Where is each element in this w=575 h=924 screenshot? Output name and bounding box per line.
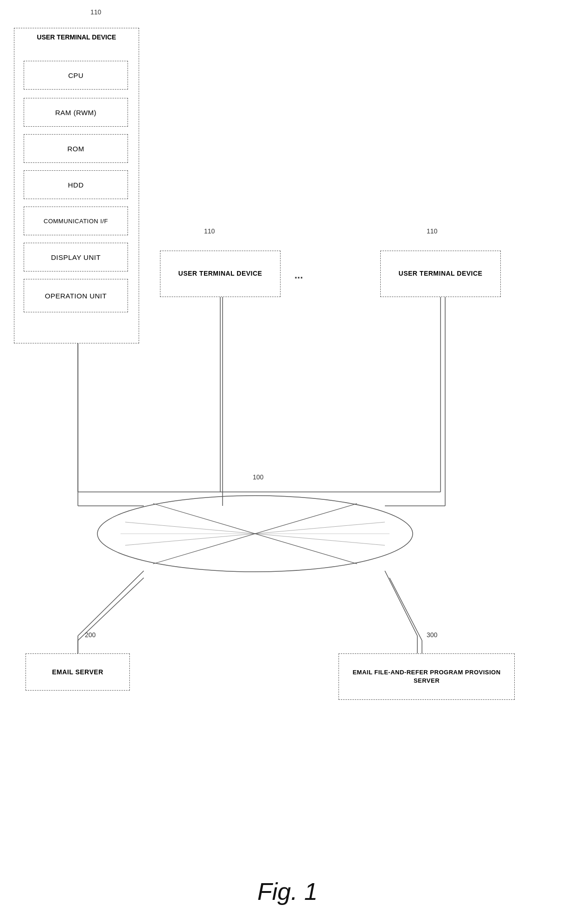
svg-line-23 — [390, 578, 422, 640]
utd1-title-label: USER TERMINAL DEVICE — [14, 33, 139, 41]
network-oval — [93, 492, 417, 578]
display-unit-box: DISPLAY UNIT — [24, 243, 128, 271]
figure-label: Fig. 1 — [257, 878, 318, 905]
operation-unit-box: OPERATION UNIT — [24, 279, 128, 312]
comm-if-box: COMMUNICATION I/F — [24, 207, 128, 235]
utd2-box: USER TERMINAL DEVICE — [160, 251, 281, 297]
provision-server-box: EMAIL FILE-AND-REFER PROGRAM PROVISION S… — [339, 653, 515, 700]
ref-label-email-server: 200 — [85, 631, 96, 639]
ref-label-utd2: 110 — [204, 227, 215, 235]
cpu-box: CPU — [24, 61, 128, 90]
utd3-box: USER TERMINAL DEVICE — [380, 251, 501, 297]
ref-label-utd3: 110 — [427, 227, 437, 235]
diagram: 110 USER TERMINAL DEVICE CPU RAM (RWM) R… — [0, 0, 575, 859]
ref-label-utd1: 110 — [90, 8, 101, 16]
ref-label-network: 100 — [253, 473, 263, 481]
ram-box: RAM (RWM) — [24, 98, 128, 127]
ref-label-provision-server: 300 — [427, 631, 437, 639]
svg-line-3 — [78, 571, 144, 636]
ellipsis: ... — [294, 269, 303, 281]
email-server-box: EMAIL SERVER — [26, 653, 130, 691]
rom-box: ROM — [24, 134, 128, 163]
hdd-box: HDD — [24, 170, 128, 199]
svg-line-5 — [385, 571, 417, 636]
utd1-outer-box: USER TERMINAL DEVICE CPU RAM (RWM) ROM H… — [14, 28, 139, 343]
